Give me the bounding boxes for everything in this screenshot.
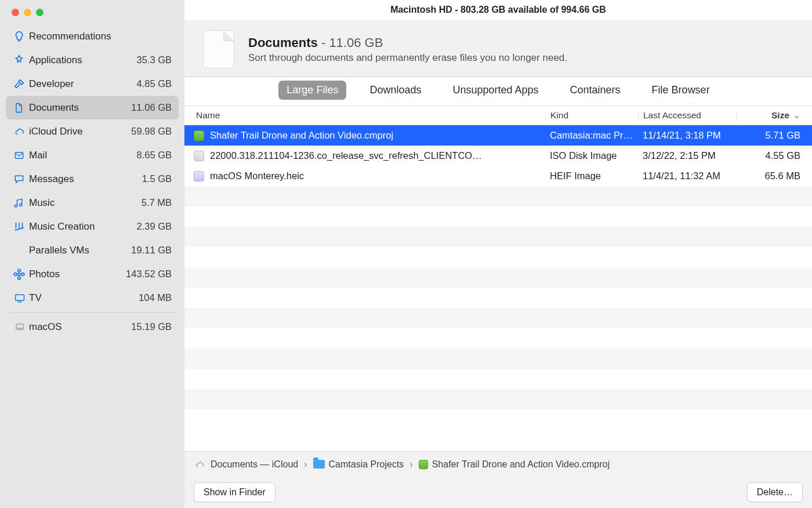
sidebar-bottom: macOS 15.19 GB xyxy=(6,315,179,339)
tab-containers[interactable]: Containers xyxy=(562,81,629,100)
sidebar-item-size: 15.19 GB xyxy=(131,321,172,332)
bulb-icon xyxy=(13,30,29,43)
sidebar-item-size: 4.85 GB xyxy=(136,78,172,89)
close-icon[interactable] xyxy=(12,9,19,16)
sidebar-item-size: 35.3 GB xyxy=(136,55,172,66)
sidebar-item-size: 143.52 GB xyxy=(126,268,172,280)
cell-size: 5.71 GB xyxy=(737,130,800,141)
breadcrumb-item[interactable]: Shafer Trail Drone and Action Video.cmpr… xyxy=(419,459,610,470)
tab-bar: Large FilesDownloadsUnsupported AppsCont… xyxy=(184,77,812,106)
delete-button[interactable]: Delete… xyxy=(747,482,803,502)
sidebar-item-tv[interactable]: TV 104 MB xyxy=(6,286,179,310)
file-table[interactable]: Shafer Trail Drone and Action Video.cmpr… xyxy=(184,125,812,451)
cell-size: 65.6 MB xyxy=(737,170,800,182)
cell-kind: ISO Disk Image xyxy=(545,150,638,161)
sidebar-item-size: 104 MB xyxy=(139,292,172,303)
cell-size: 4.55 GB xyxy=(737,150,800,161)
column-last-accessed[interactable]: Last Accessed xyxy=(638,110,737,121)
table-header: Name Kind Last Accessed Size⌄ xyxy=(184,106,812,125)
table-row-empty xyxy=(184,389,812,409)
sidebar-item-icloud-drive[interactable]: iCloud Drive 59.98 GB xyxy=(6,119,179,143)
table-row-empty xyxy=(184,328,812,349)
sidebar-item-photos[interactable]: Photos 143.52 GB xyxy=(6,262,179,286)
category-name: Documents xyxy=(248,35,318,50)
sidebar-item-label: Developer xyxy=(29,78,136,90)
cell-last-accessed: 11/4/21, 11:32 AM xyxy=(638,170,737,182)
chevron-right-icon: › xyxy=(304,459,307,470)
table-row[interactable]: macOS Monterey.heic HEIF Image 11/4/21, … xyxy=(184,166,812,186)
show-in-finder-button[interactable]: Show in Finder xyxy=(194,482,276,502)
column-kind[interactable]: Kind xyxy=(545,110,638,121)
sidebar-item-music-creation[interactable]: Music Creation 2.39 GB xyxy=(6,215,179,238)
document-icon xyxy=(203,30,234,68)
sidebar-item-label: Documents xyxy=(29,102,131,114)
flower-icon xyxy=(13,268,29,281)
tab-unsupported-apps[interactable]: Unsupported Apps xyxy=(444,81,546,100)
breadcrumb-item[interactable]: Camtasia Projects xyxy=(313,459,404,470)
svg-point-2 xyxy=(18,269,21,272)
sidebar-item-messages[interactable]: Messages 1.5 GB xyxy=(6,167,179,191)
svg-point-5 xyxy=(21,273,24,275)
sidebar-item-music[interactable]: Music 5.7 MB xyxy=(6,191,179,215)
table-row-empty xyxy=(184,267,812,288)
sidebar-item-label: TV xyxy=(29,292,139,304)
table-row-empty xyxy=(184,206,812,227)
sidebar-item-macos[interactable]: macOS 15.19 GB xyxy=(6,315,179,339)
table-row-empty xyxy=(184,409,812,430)
sidebar-item-label: Applications xyxy=(29,55,136,66)
sidebar-item-label: macOS xyxy=(29,321,131,333)
file-name: macOS Monterey.heic xyxy=(210,170,304,182)
camtasia-icon xyxy=(419,460,428,469)
cell-last-accessed: 3/12/22, 2:15 PM xyxy=(638,150,737,161)
table-row-empty xyxy=(184,349,812,369)
iso-icon xyxy=(194,151,204,161)
sidebar-item-label: iCloud Drive xyxy=(29,126,131,137)
tab-file-browser[interactable]: File Browser xyxy=(644,81,718,100)
column-name[interactable]: Name xyxy=(194,110,545,121)
sidebar-item-recommendations[interactable]: Recommendations xyxy=(6,24,179,48)
minimize-icon[interactable] xyxy=(24,9,31,16)
window-title: Macintosh HD - 803.28 GB available of 99… xyxy=(184,0,812,20)
column-size[interactable]: Size⌄ xyxy=(737,110,800,121)
sidebar-item-label: Music xyxy=(29,197,142,209)
path-bar: Documents — iCloud›Camtasia Projects›Sha… xyxy=(184,451,812,477)
sidebar: Recommendations Applications 35.3 GB Dev… xyxy=(0,0,184,508)
sidebar-item-size: 59.98 GB xyxy=(131,126,172,137)
sidebar-item-label: Photos xyxy=(29,268,126,280)
cell-name: Shafer Trail Drone and Action Video.cmpr… xyxy=(194,130,545,141)
window-title-text: Macintosh HD - 803.28 GB available of 99… xyxy=(390,5,606,15)
file-name: Shafer Trail Drone and Action Video.cmpr… xyxy=(210,130,393,141)
sidebar-item-size: 5.7 MB xyxy=(142,197,172,208)
cell-last-accessed: 11/14/21, 3:18 PM xyxy=(638,130,737,141)
sidebar-item-size: 2.39 GB xyxy=(136,221,172,232)
action-bar: Show in Finder Delete… xyxy=(184,477,812,508)
sidebar-item-parallels-vms[interactable]: Parallels VMs 19.11 GB xyxy=(6,238,179,262)
file-name: 22000.318.211104-1236.co_release_svc_ref… xyxy=(210,150,482,161)
svg-rect-6 xyxy=(16,295,24,300)
tab-large-files[interactable]: Large Files xyxy=(278,81,346,100)
category-size: - 11.06 GB xyxy=(321,35,383,50)
sidebar-item-label: Parallels VMs xyxy=(29,245,131,256)
breadcrumb-label: Camtasia Projects xyxy=(329,459,404,470)
sidebar-item-applications[interactable]: Applications 35.3 GB xyxy=(6,48,179,72)
category-header: Documents - 11.06 GB Sort through docume… xyxy=(184,20,812,77)
sidebar-item-size: 19.11 GB xyxy=(131,245,172,256)
music-icon xyxy=(13,197,29,209)
zoom-icon[interactable] xyxy=(36,9,44,16)
table-row-empty xyxy=(184,369,812,389)
sidebar-list: Recommendations Applications 35.3 GB Dev… xyxy=(6,24,179,310)
tab-downloads[interactable]: Downloads xyxy=(361,81,429,100)
svg-rect-7 xyxy=(16,324,23,328)
svg-point-3 xyxy=(18,277,21,280)
sidebar-item-developer[interactable]: Developer 4.85 GB xyxy=(6,72,179,96)
table-row[interactable]: Shafer Trail Drone and Action Video.cmpr… xyxy=(184,125,812,146)
chevron-right-icon: › xyxy=(409,459,412,470)
sidebar-item-documents[interactable]: Documents 11.06 GB xyxy=(6,96,179,119)
camtasia-icon xyxy=(194,130,204,141)
table-row-empty xyxy=(184,247,812,267)
table-row[interactable]: 22000.318.211104-1236.co_release_svc_ref… xyxy=(184,146,812,166)
window-controls xyxy=(6,7,179,24)
sidebar-item-mail[interactable]: Mail 8.65 GB xyxy=(6,143,179,167)
sidebar-divider xyxy=(9,312,175,313)
breadcrumb-item[interactable]: Documents — iCloud xyxy=(194,459,298,470)
